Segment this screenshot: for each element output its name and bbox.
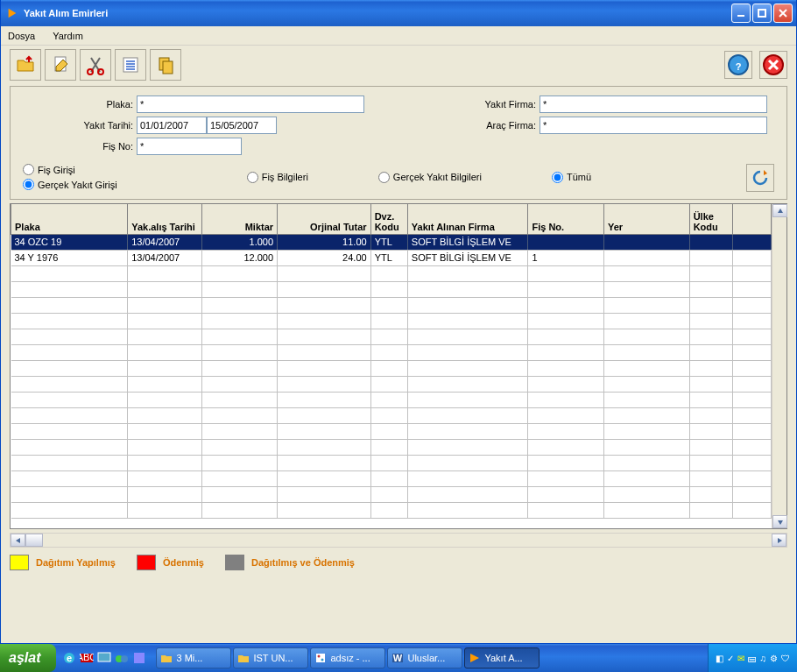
svg-text:?: ? bbox=[736, 61, 742, 72]
scroll-left-button[interactable] bbox=[11, 534, 25, 547]
col-plaka[interactable]: Plaka bbox=[11, 204, 128, 234]
tray-icon[interactable]: ✉ bbox=[737, 654, 744, 663]
svg-text:e: e bbox=[67, 653, 72, 663]
table-row-empty bbox=[11, 455, 772, 470]
radio-fis-girisi[interactable] bbox=[23, 164, 34, 175]
tray-icon[interactable]: 🖴 bbox=[748, 654, 757, 663]
svg-marker-16 bbox=[778, 538, 782, 543]
close-button[interactable] bbox=[773, 4, 793, 23]
help-button[interactable]: ? bbox=[724, 51, 752, 79]
list-button[interactable] bbox=[115, 49, 146, 81]
plaka-input[interactable] bbox=[137, 95, 364, 113]
col-extra[interactable] bbox=[732, 204, 772, 234]
svg-rect-21 bbox=[98, 653, 110, 661]
ql-abc-icon[interactable]: ABC bbox=[79, 649, 95, 667]
svg-text:ABC: ABC bbox=[80, 652, 94, 662]
taskbar-task[interactable]: 3 Mi... bbox=[156, 647, 231, 668]
col-ulke-kodu[interactable]: Ülke Kodu bbox=[689, 204, 732, 234]
menu-file[interactable]: Dosya bbox=[8, 31, 35, 41]
taskbar-task[interactable]: adsız - ... bbox=[310, 647, 385, 668]
menu-help[interactable]: Yardım bbox=[53, 31, 83, 41]
col-miktar[interactable]: Miktar bbox=[201, 204, 278, 234]
scroll-right-button[interactable] bbox=[772, 534, 786, 547]
plaka-label: Plaka: bbox=[23, 99, 137, 110]
svg-point-5 bbox=[98, 69, 103, 74]
system-tray[interactable]: ◧ ✓ ✉ 🖴 ♫ ⚙ 🛡 bbox=[708, 644, 798, 672]
cut-button[interactable] bbox=[80, 49, 111, 81]
tray-icon[interactable]: 🛡 bbox=[781, 654, 790, 663]
ql-desktop-icon[interactable] bbox=[96, 649, 112, 667]
radio-gercek-yakit-bilgileri[interactable] bbox=[378, 172, 390, 183]
copy-button[interactable] bbox=[150, 49, 181, 81]
vertical-scrollbar[interactable] bbox=[772, 204, 786, 528]
radio-tumu-label: Tümü bbox=[567, 172, 591, 182]
refresh-button[interactable] bbox=[746, 164, 774, 192]
taskbar-task[interactable]: IST UN... bbox=[233, 647, 308, 668]
svg-rect-2 bbox=[758, 10, 765, 17]
tray-icon[interactable]: ♫ bbox=[760, 654, 767, 663]
scroll-up-button[interactable] bbox=[772, 204, 787, 217]
fis-no-input[interactable] bbox=[137, 138, 242, 155]
col-yak-alis-tarihi[interactable]: Yak.alış Tarihi bbox=[128, 204, 201, 234]
scroll-down-button[interactable] bbox=[772, 515, 787, 528]
date-to-input[interactable] bbox=[207, 117, 277, 134]
taskbar-task[interactable]: WUluslar... bbox=[387, 647, 462, 668]
table-row-empty bbox=[11, 265, 772, 281]
radio-gercek-yakit-bilgileri-label: Gerçek Yakıt Bilgileri bbox=[393, 172, 482, 182]
svg-rect-8 bbox=[163, 61, 173, 74]
radio-fis-bilgileri[interactable] bbox=[247, 172, 258, 183]
ql-msn-icon[interactable] bbox=[114, 649, 130, 667]
legend: Dağıtımı Yapılmış Ödenmiş Dağıtılmış ve … bbox=[10, 555, 787, 570]
table-row[interactable]: 34 OZC 1913/04/20071.00011.00YTLSOFT BİL… bbox=[11, 234, 772, 250]
svg-marker-0 bbox=[9, 9, 17, 18]
col-fis-no[interactable]: Fiş No. bbox=[528, 204, 604, 234]
legend-item-dagitimi: Dağıtımı Yapılmış bbox=[10, 555, 116, 570]
radio-gercek-yakit-girisi-label: Gerçek Yakıt Girişi bbox=[38, 180, 117, 190]
col-yer[interactable]: Yer bbox=[604, 204, 690, 234]
date-from-input[interactable] bbox=[137, 117, 207, 134]
task-list: 3 Mi...IST UN...adsız - ...WUluslar...Ya… bbox=[156, 647, 707, 668]
svg-point-4 bbox=[88, 69, 93, 74]
maximize-button[interactable] bbox=[752, 4, 772, 23]
col-yakit-alinan-firma[interactable]: Yakıt Alınan Firma bbox=[407, 204, 528, 234]
cancel-close-button[interactable] bbox=[759, 51, 787, 79]
filter-panel: Plaka: Yakıt Firma: Yakıt Tarihi: Araç F… bbox=[10, 86, 787, 200]
table-row-empty bbox=[11, 281, 772, 297]
taskbar-task[interactable]: Yakıt A... bbox=[464, 647, 540, 668]
table-row-empty bbox=[11, 376, 772, 392]
table-row-empty bbox=[11, 407, 772, 423]
table-row-empty bbox=[11, 313, 772, 329]
tray-icon[interactable]: ✓ bbox=[727, 654, 734, 663]
table-row-empty bbox=[11, 470, 772, 486]
svg-point-23 bbox=[121, 655, 128, 662]
minimize-button[interactable] bbox=[731, 4, 751, 23]
table-row[interactable]: 34 Y 197613/04/200712.00024.00YTLSOFT Bİ… bbox=[11, 250, 772, 265]
radio-tumu[interactable] bbox=[552, 172, 563, 183]
table-row-empty bbox=[11, 502, 772, 518]
table-row-empty bbox=[11, 423, 772, 439]
edit-button[interactable] bbox=[45, 49, 76, 81]
yakit-tarihi-label: Yakıt Tarihi: bbox=[23, 120, 137, 131]
col-orjinal-tutar[interactable]: Orjinal Tutar bbox=[278, 204, 371, 234]
ql-ie-icon[interactable]: e bbox=[61, 649, 77, 667]
titlebar[interactable]: Yakıt Alım Emirleri bbox=[1, 0, 796, 26]
arac-firma-input[interactable] bbox=[540, 117, 767, 134]
ql-app-icon[interactable] bbox=[131, 649, 147, 667]
svg-rect-24 bbox=[134, 653, 145, 663]
tray-icon[interactable]: ⚙ bbox=[770, 654, 778, 663]
yakit-firma-input[interactable] bbox=[540, 95, 767, 113]
table-row-empty bbox=[11, 486, 772, 502]
tray-icon[interactable]: ◧ bbox=[716, 654, 723, 663]
radio-gercek-yakit-girisi[interactable] bbox=[23, 179, 34, 190]
app-window: Yakıt Alım Emirleri Dosya Yardım ? Plaka… bbox=[0, 0, 797, 644]
legend-label-odenmis: Ödenmiş bbox=[163, 557, 204, 568]
svg-marker-12 bbox=[764, 170, 767, 175]
col-dvz-kodu[interactable]: Dvz. Kodu bbox=[370, 204, 407, 234]
quick-launch: e ABC bbox=[61, 649, 147, 667]
legend-label-dagitilmis-odenmis: Dağıtılmış ve Ödenmiş bbox=[251, 557, 355, 568]
start-button[interactable]: aşlat bbox=[0, 644, 56, 672]
horizontal-scrollbar[interactable] bbox=[10, 533, 787, 548]
table-row-empty bbox=[11, 297, 772, 313]
open-button[interactable] bbox=[10, 49, 41, 81]
taskbar: aşlat e ABC 3 Mi...IST UN...adsız - ...W… bbox=[0, 644, 797, 672]
